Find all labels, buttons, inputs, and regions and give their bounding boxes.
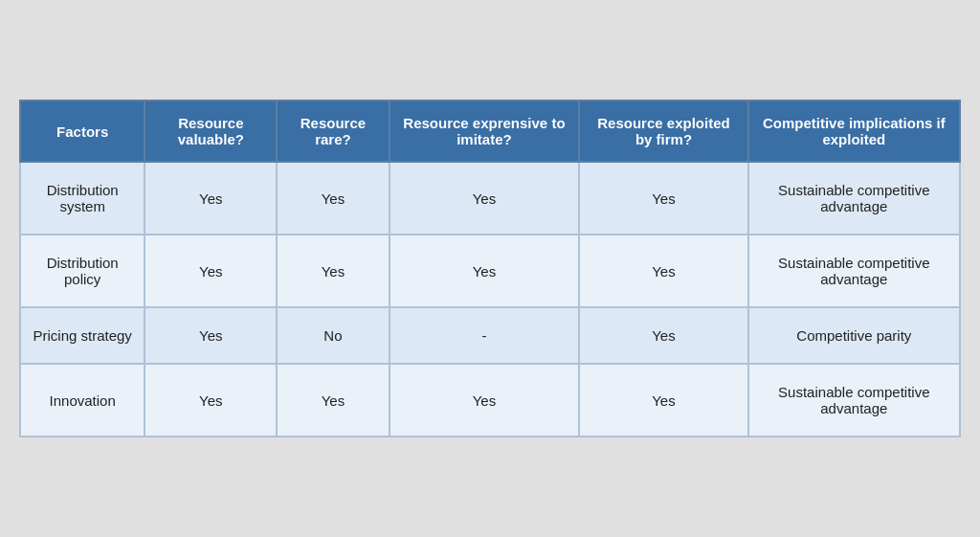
exploited-cell: Yes (579, 235, 747, 307)
col-header-expensive: Resource exprensive to imitate? (390, 101, 580, 162)
rare-cell: Yes (277, 364, 389, 436)
rare-cell: No (277, 307, 389, 364)
table-row: Distribution system Yes Yes Yes Yes Sust… (20, 162, 960, 235)
rare-cell: Yes (277, 235, 389, 307)
implications-cell: Sustainable competitive advantage (748, 364, 960, 436)
col-header-factors: Factors (20, 101, 145, 162)
expensive-cell: Yes (390, 162, 580, 235)
expensive-cell: Yes (390, 235, 580, 307)
valuable-cell: Yes (145, 364, 277, 436)
col-header-valuable: Resource valuable? (145, 101, 277, 162)
table-row: Distribution policy Yes Yes Yes Yes Sust… (20, 235, 960, 307)
exploited-cell: Yes (579, 364, 747, 436)
valuable-cell: Yes (145, 235, 277, 307)
col-header-exploited: Resource exploited by firm? (579, 101, 747, 162)
valuable-cell: Yes (145, 307, 277, 364)
header-row: Factors Resource valuable? Resource rare… (20, 101, 960, 162)
rare-cell: Yes (277, 162, 389, 235)
expensive-cell: Yes (390, 364, 580, 436)
table-row: Innovation Yes Yes Yes Yes Sustainable c… (20, 364, 960, 436)
table-wrapper: Factors Resource valuable? Resource rare… (0, 80, 980, 457)
factor-cell: Distribution policy (20, 235, 145, 307)
factor-cell: Pricing strategy (20, 307, 145, 364)
exploited-cell: Yes (579, 162, 747, 235)
factor-cell: Innovation (20, 364, 145, 436)
table-row: Pricing strategy Yes No - Yes Competitiv… (20, 307, 960, 364)
implications-cell: Sustainable competitive advantage (748, 162, 960, 235)
valuable-cell: Yes (145, 162, 277, 235)
implications-cell: Sustainable competitive advantage (748, 235, 960, 307)
factor-cell: Distribution system (20, 162, 145, 235)
vrio-table: Factors Resource valuable? Resource rare… (19, 100, 961, 437)
implications-cell: Competitive parity (748, 307, 960, 364)
col-header-rare: Resource rare? (277, 101, 389, 162)
exploited-cell: Yes (579, 307, 747, 364)
col-header-implications: Competitive implications if exploited (748, 101, 960, 162)
expensive-cell: - (390, 307, 580, 364)
